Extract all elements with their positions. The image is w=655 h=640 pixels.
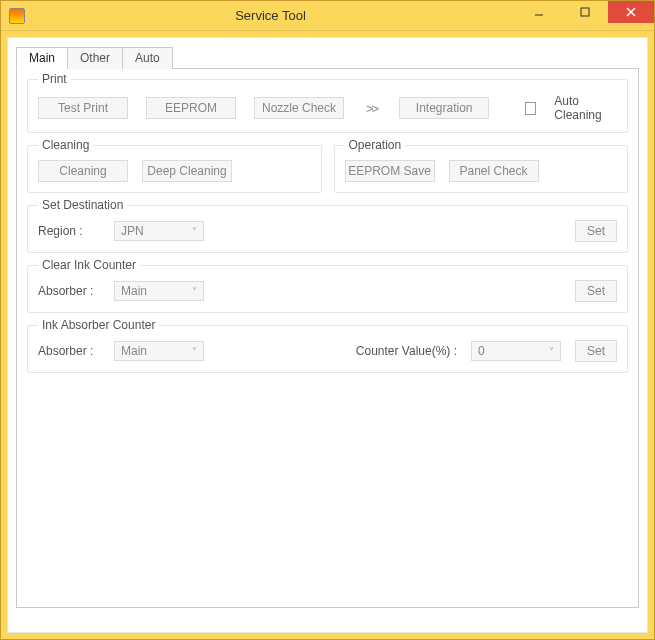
- group-clear-ink: Clear Ink Counter Absorber : Main ˅ Set: [27, 265, 628, 313]
- group-print: Print Test Print EEPROM Nozzle Check >> …: [27, 79, 628, 133]
- client-area: Main Other Auto Print Test Print EEPROM …: [1, 31, 654, 639]
- counter-value-label: Counter Value(%) :: [356, 344, 457, 358]
- tab-other[interactable]: Other: [67, 47, 123, 69]
- eeprom-button[interactable]: EEPROM: [146, 97, 236, 119]
- counter-value: 0: [478, 344, 485, 358]
- maximize-icon: [580, 7, 590, 17]
- chevron-down-icon: ˅: [192, 286, 197, 297]
- set-destination-set-button[interactable]: Set: [575, 220, 617, 242]
- region-combo[interactable]: JPN ˅: [114, 221, 204, 241]
- group-cleaning: Cleaning Cleaning Deep Cleaning: [27, 145, 322, 193]
- group-clear-ink-legend: Clear Ink Counter: [38, 258, 140, 272]
- title-bar: Service Tool: [1, 1, 654, 31]
- counter-value-combo[interactable]: 0 ˅: [471, 341, 561, 361]
- clear-ink-absorber-label: Absorber :: [38, 284, 100, 298]
- clear-ink-absorber-combo[interactable]: Main ˅: [114, 281, 204, 301]
- ink-absorber-value: Main: [121, 344, 147, 358]
- group-print-legend: Print: [38, 72, 71, 86]
- group-operation-legend: Operation: [345, 138, 406, 152]
- group-operation: Operation EEPROM Save Panel Check: [334, 145, 629, 193]
- svg-rect-1: [581, 8, 589, 16]
- clear-ink-set-button[interactable]: Set: [575, 280, 617, 302]
- eeprom-save-button[interactable]: EEPROM Save: [345, 160, 435, 182]
- chevron-down-icon: ˅: [549, 346, 554, 357]
- integration-button[interactable]: Integration: [399, 97, 489, 119]
- app-window: Service Tool Main Other Auto Prin: [0, 0, 655, 640]
- window-title: Service Tool: [25, 8, 516, 23]
- minimize-icon: [534, 7, 544, 17]
- auto-cleaning-label: Auto Cleaning: [554, 94, 617, 122]
- group-set-destination: Set Destination Region : JPN ˅ Set: [27, 205, 628, 253]
- tab-page-main: Print Test Print EEPROM Nozzle Check >> …: [16, 68, 639, 608]
- close-button[interactable]: [608, 1, 654, 23]
- group-set-destination-legend: Set Destination: [38, 198, 127, 212]
- minimize-button[interactable]: [516, 1, 562, 23]
- group-cleaning-legend: Cleaning: [38, 138, 93, 152]
- inner-panel: Main Other Auto Print Test Print EEPROM …: [7, 37, 648, 633]
- test-print-button[interactable]: Test Print: [38, 97, 128, 119]
- maximize-button[interactable]: [562, 1, 608, 23]
- region-value: JPN: [121, 224, 144, 238]
- cleaning-button[interactable]: Cleaning: [38, 160, 128, 182]
- tab-main[interactable]: Main: [16, 47, 68, 69]
- chevron-down-icon: ˅: [192, 346, 197, 357]
- region-label: Region :: [38, 224, 100, 238]
- clear-ink-absorber-value: Main: [121, 284, 147, 298]
- deep-cleaning-button[interactable]: Deep Cleaning: [142, 160, 232, 182]
- ink-absorber-set-button[interactable]: Set: [575, 340, 617, 362]
- group-ink-absorber: Ink Absorber Counter Absorber : Main ˅ C…: [27, 325, 628, 373]
- app-icon: [9, 8, 25, 24]
- close-icon: [626, 7, 636, 17]
- group-ink-absorber-legend: Ink Absorber Counter: [38, 318, 159, 332]
- auto-cleaning-checkbox[interactable]: [525, 102, 536, 115]
- more-arrow-icon[interactable]: >>: [362, 101, 381, 116]
- nozzle-check-button[interactable]: Nozzle Check: [254, 97, 344, 119]
- ink-absorber-label: Absorber :: [38, 344, 100, 358]
- tab-strip: Main Other Auto: [16, 47, 639, 69]
- panel-check-button[interactable]: Panel Check: [449, 160, 539, 182]
- ink-absorber-combo[interactable]: Main ˅: [114, 341, 204, 361]
- chevron-down-icon: ˅: [192, 226, 197, 237]
- tab-auto[interactable]: Auto: [122, 47, 173, 69]
- window-buttons: [516, 1, 654, 30]
